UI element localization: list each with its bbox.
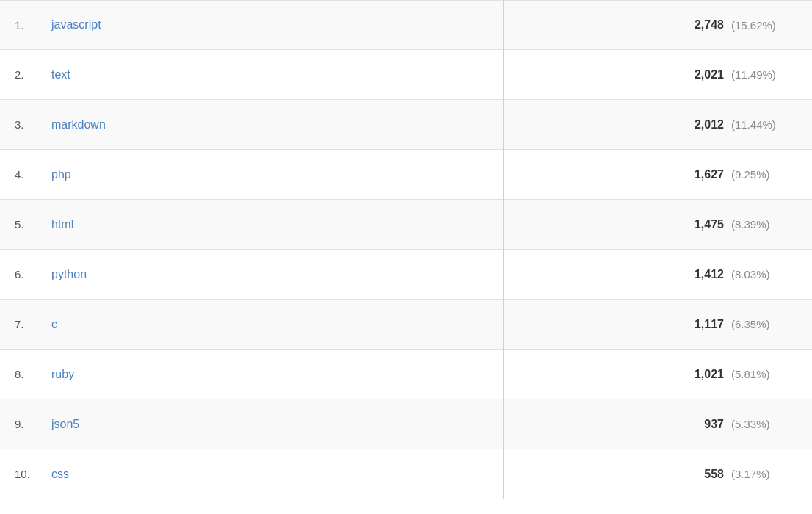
stats-cell: 2,021 (11.49%)	[504, 68, 812, 82]
rank-number: 5.	[0, 218, 44, 231]
table-row: 6. python 1,412 (8.03%)	[0, 250, 812, 300]
percent-value: (3.17%)	[731, 468, 790, 480]
count-value: 1,117	[680, 318, 724, 331]
table-row: 7. c 1,117 (6.35%)	[0, 300, 812, 350]
percent-value: (6.35%)	[731, 318, 790, 330]
percent-value: (15.62%)	[731, 19, 790, 32]
language-link[interactable]: json5	[51, 418, 79, 430]
stats-cell: 558 (3.17%)	[504, 468, 812, 481]
table-row: 3. markdown 2,012 (11.44%)	[0, 100, 812, 150]
stats-cell: 1,117 (6.35%)	[504, 318, 812, 331]
table-row: 9. json5 937 (5.33%)	[0, 399, 812, 449]
count-value: 1,021	[680, 368, 724, 381]
language-name[interactable]: text	[44, 68, 503, 82]
count-value: 2,012	[680, 118, 724, 131]
language-name[interactable]: php	[44, 168, 503, 181]
count-value: 2,021	[680, 68, 724, 82]
table-row: 10. css 558 (3.17%)	[0, 449, 812, 499]
language-link[interactable]: ruby	[51, 368, 74, 380]
rank-number: 4.	[0, 168, 44, 181]
table-row: 8. ruby 1,021 (5.81%)	[0, 350, 812, 399]
stats-cell: 2,748 (15.62%)	[504, 18, 812, 32]
count-value: 1,475	[680, 218, 724, 231]
language-name[interactable]: c	[44, 318, 503, 331]
percent-value: (5.33%)	[731, 418, 790, 430]
rank-number: 7.	[0, 318, 44, 330]
language-name[interactable]: ruby	[44, 368, 503, 381]
rank-number: 2.	[0, 68, 44, 81]
rank-number: 10.	[0, 468, 44, 480]
count-value: 558	[680, 468, 724, 481]
table-row: 2. text 2,021 (11.49%)	[0, 50, 812, 100]
language-name[interactable]: markdown	[44, 118, 503, 131]
percent-value: (9.25%)	[731, 168, 790, 181]
rank-number: 9.	[0, 418, 44, 430]
percent-value: (11.49%)	[731, 68, 790, 81]
language-link[interactable]: c	[51, 318, 57, 330]
count-value: 1,627	[680, 168, 724, 181]
stats-cell: 1,021 (5.81%)	[504, 368, 812, 381]
language-name[interactable]: python	[44, 268, 503, 281]
percent-value: (8.39%)	[731, 218, 790, 231]
language-link[interactable]: python	[51, 268, 87, 280]
stats-cell: 1,627 (9.25%)	[504, 168, 812, 181]
count-value: 937	[680, 418, 724, 431]
stats-cell: 2,012 (11.44%)	[504, 118, 812, 131]
language-link[interactable]: markdown	[51, 118, 106, 131]
table-row: 1. javascript 2,748 (15.62%)	[0, 0, 812, 50]
language-name[interactable]: css	[44, 468, 503, 481]
table-row: 5. html 1,475 (8.39%)	[0, 200, 812, 250]
language-name[interactable]: json5	[44, 418, 503, 431]
rank-number: 3.	[0, 118, 44, 131]
table-row: 4. php 1,627 (9.25%)	[0, 150, 812, 200]
stats-cell: 1,475 (8.39%)	[504, 218, 812, 231]
language-name[interactable]: javascript	[44, 18, 503, 32]
rank-number: 1.	[0, 19, 44, 32]
language-link[interactable]: text	[51, 68, 70, 81]
language-link[interactable]: css	[51, 468, 69, 480]
stats-cell: 1,412 (8.03%)	[504, 268, 812, 281]
language-link[interactable]: javascript	[51, 18, 101, 31]
language-link[interactable]: html	[51, 218, 73, 231]
stats-cell: 937 (5.33%)	[504, 418, 812, 431]
language-link[interactable]: php	[51, 168, 71, 181]
count-value: 1,412	[680, 268, 724, 281]
percent-value: (11.44%)	[731, 118, 790, 131]
percent-value: (5.81%)	[731, 368, 790, 380]
language-name[interactable]: html	[44, 218, 503, 231]
language-table: 1. javascript 2,748 (15.62%) 2. text 2,0…	[0, 0, 812, 499]
percent-value: (8.03%)	[731, 268, 790, 280]
rank-number: 8.	[0, 368, 44, 380]
count-value: 2,748	[680, 18, 724, 32]
rank-number: 6.	[0, 268, 44, 280]
